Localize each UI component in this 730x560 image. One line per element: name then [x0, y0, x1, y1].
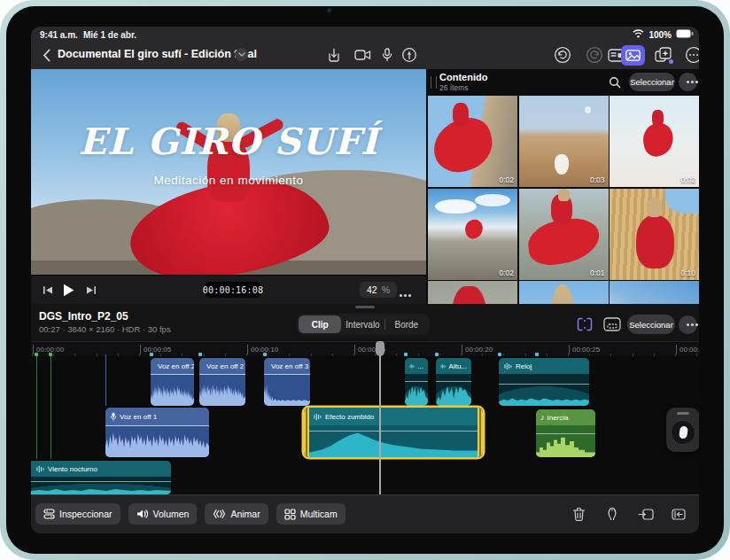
button-label: Multicam [300, 509, 338, 519]
media-thumbnail[interactable]: 0:02 [610, 96, 699, 187]
video-subtitle-text: Meditación en movimiento [31, 174, 426, 187]
tab-borde[interactable]: Borde [385, 315, 428, 333]
timeline-clip-voz-en-off-2[interactable]: Voz en off 2 [199, 358, 245, 406]
timecode-display[interactable]: 00:00:16:08 [206, 282, 260, 298]
jog-wheel[interactable] [666, 408, 699, 452]
playhead-handle[interactable] [376, 341, 384, 356]
browser-more-button[interactable] [679, 73, 697, 91]
blade-cut-icon[interactable] [602, 503, 623, 525]
timeline-resize-handle[interactable] [355, 306, 375, 308]
music-note-icon: ♪ [540, 414, 545, 422]
tab-clip[interactable]: Clip [299, 315, 341, 333]
audio-waveform [536, 425, 595, 457]
audio-waveform [264, 374, 310, 406]
title-disclosure-button[interactable] [235, 48, 248, 61]
media-thumbnail[interactable]: 0:10 [610, 189, 699, 280]
marker-line [36, 354, 37, 459]
clip-label: Altu... [449, 362, 467, 370]
clock: 9:41 a.m. [40, 30, 78, 40]
search-icon[interactable] [605, 73, 625, 92]
connected-clip-icon[interactable] [602, 314, 623, 335]
media-thumbnail[interactable]: 0:02 [428, 189, 517, 280]
status-bar: 9:41 a.m. Mié 1 de abr. 100% [31, 27, 699, 42]
tab-intervalo[interactable]: Intervalo [341, 315, 384, 333]
undo-icon[interactable] [552, 44, 573, 66]
media-thumbnail[interactable]: 0:01 [519, 189, 609, 280]
clip-marker [498, 353, 501, 356]
overwrite-clip-icon[interactable] [635, 503, 656, 525]
play-icon[interactable] [59, 282, 77, 298]
timeline-clip-altu[interactable]: Altu... [436, 358, 471, 406]
audio-waveform [304, 425, 483, 457]
project-title[interactable]: Documental El giro sufí - Edición final [58, 48, 257, 60]
clip-label: ... [417, 362, 423, 370]
effects-icon[interactable] [653, 44, 674, 66]
playhead[interactable] [375, 341, 385, 494]
timeline-tracks[interactable]: Voz en off 2 Voz en off 2 Voz en off 3 .… [31, 356, 699, 494]
timeline-clip-viento-nocturno[interactable]: Viento nocturno [31, 461, 171, 494]
skip-to-start-icon[interactable] [39, 282, 57, 298]
ruler-label: 00:00:20 [462, 345, 493, 354]
animate-button[interactable]: Animar [205, 503, 268, 525]
clip-label: Voz en off 3 [271, 362, 308, 370]
edit-mode-segmented-control: Clip Intervalo Borde [297, 314, 430, 335]
timeline-clip-voz-en-off-2[interactable]: Voz en off 2 [151, 358, 194, 406]
timeline-ruler[interactable]: 00:00:00 00:00:05 00:00:10 00:00:15 00:0… [31, 341, 699, 357]
ipad-device: 9:41 a.m. Mié 1 de abr. 100% Documental … [0, 0, 730, 560]
audio-waveform [105, 425, 209, 457]
snapping-icon[interactable] [574, 314, 595, 335]
trim-handle-left[interactable] [304, 408, 309, 457]
clip-marker [404, 353, 408, 356]
media-thumbnail[interactable]: 0:03 [519, 96, 609, 187]
timeline-clip-voz-en-off-1[interactable]: Voz en off 1 [105, 408, 209, 457]
multicam-button[interactable]: Multicam [276, 503, 346, 525]
clip-duration: 0:03 [590, 175, 605, 184]
clip-label: Voz en off 1 [120, 413, 157, 421]
zoom-value: 42 [367, 284, 377, 295]
timeline-clip-inercia[interactable]: ♪Inercia [536, 409, 595, 457]
skip-to-end-icon[interactable] [82, 282, 100, 298]
jog-wheel-knob[interactable] [679, 425, 688, 439]
media-thumbnail[interactable] [519, 281, 609, 304]
marker-line [105, 354, 106, 406]
media-thumbnail[interactable] [428, 281, 517, 304]
pencil-draw-icon[interactable] [399, 44, 420, 66]
clip-marker [435, 353, 439, 356]
jog-wheel-dial[interactable] [671, 420, 695, 445]
timeline-more-button[interactable] [679, 315, 697, 334]
timeline-clip-reloj[interactable]: Reloj [499, 358, 589, 406]
media-thumbnail[interactable]: 0:02 [428, 96, 517, 187]
battery-percent: 100% [648, 30, 672, 40]
delete-icon[interactable] [568, 503, 589, 525]
more-options-icon[interactable] [683, 44, 699, 66]
timeline-select-button[interactable]: Seleccionar [627, 315, 675, 334]
inspect-button[interactable]: Inspeccionar [35, 503, 120, 525]
timeline-clip-fx[interactable]: ... [405, 358, 428, 406]
media-thumbnail[interactable] [610, 281, 699, 304]
trim-handle-right[interactable] [478, 408, 483, 457]
clip-marker [198, 353, 202, 356]
append-clip-icon[interactable] [669, 503, 690, 525]
audio-waveform [436, 374, 471, 406]
clip-label: Voz en off 2 [158, 362, 194, 370]
import-media-icon[interactable] [323, 44, 345, 66]
marker-line [50, 354, 51, 459]
panel-drag-handle[interactable] [431, 76, 437, 89]
app-toolbar: Documental El giro sufí - Edición final [31, 42, 699, 69]
video-viewer[interactable]: EL GIRO SUFÍ Meditación en movimiento [31, 69, 426, 275]
media-browser-icon[interactable] [621, 45, 645, 66]
clip-label: Reloj [516, 362, 532, 370]
back-chevron-icon[interactable] [38, 46, 54, 64]
ruler-label: 00:00:05 [140, 345, 171, 354]
jog-wheel-handle[interactable] [677, 412, 689, 415]
viewer-more-icon[interactable] [400, 284, 402, 300]
audio-waveform [405, 374, 428, 406]
browser-item-count: 26 ítems [439, 83, 469, 92]
timeline-clip-efecto-zumbido-selected[interactable]: Efecto zumbido [304, 408, 483, 457]
camera-icon[interactable] [352, 44, 373, 66]
microphone-icon[interactable] [377, 44, 398, 66]
zoom-level-control[interactable]: 42% [360, 282, 397, 298]
browser-select-button[interactable]: Seleccionar [629, 73, 675, 91]
timeline-clip-voz-en-off-3[interactable]: Voz en off 3 [264, 358, 310, 406]
volume-button[interactable]: Volumen [128, 503, 198, 525]
